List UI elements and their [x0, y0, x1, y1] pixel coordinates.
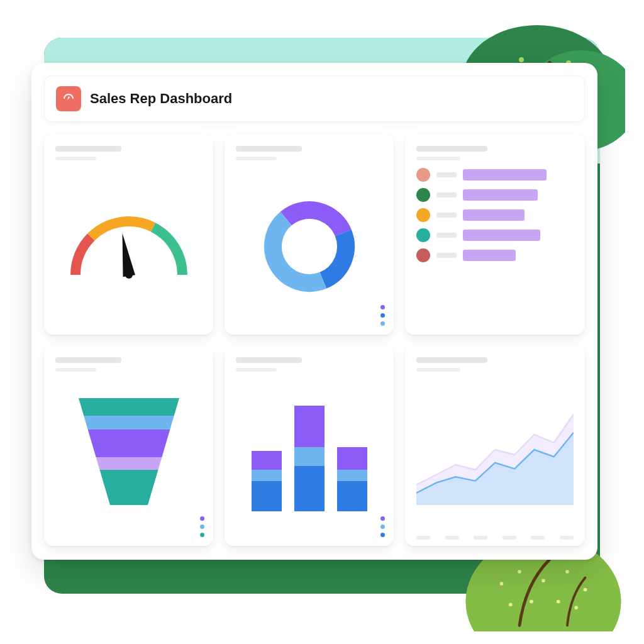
card-title-placeholder — [416, 357, 487, 363]
card-title-placeholder — [416, 146, 487, 152]
svg-rect-31 — [294, 406, 325, 447]
stage: Sales Rep Dashboard — [0, 0, 644, 644]
svg-rect-32 — [337, 481, 367, 511]
leaderboard-bar — [463, 169, 547, 180]
gauge-icon — [56, 86, 81, 111]
avatar — [416, 208, 430, 222]
svg-point-22 — [509, 602, 513, 606]
leaderboard-row — [416, 228, 574, 242]
card-donut[interactable] — [225, 135, 394, 335]
card-leaderboard[interactable] — [405, 135, 585, 335]
card-title-placeholder — [236, 357, 302, 363]
area-axis-ticks — [416, 536, 574, 540]
svg-rect-27 — [252, 470, 282, 481]
svg-point-3 — [519, 57, 524, 62]
svg-rect-28 — [252, 451, 282, 470]
card-subtitle-placeholder — [236, 157, 277, 160]
stacked-bar-chart — [236, 378, 382, 537]
svg-rect-30 — [294, 447, 325, 466]
bar-legend — [380, 516, 385, 537]
svg-point-20 — [530, 600, 533, 604]
svg-point-16 — [518, 570, 521, 574]
funnel-legend — [200, 516, 204, 537]
funnel-chart — [55, 378, 202, 537]
svg-rect-26 — [252, 481, 282, 511]
leaderboard-row — [416, 248, 574, 262]
leaderboard-bar — [463, 250, 516, 261]
svg-point-17 — [541, 579, 545, 582]
card-funnel[interactable] — [44, 346, 213, 546]
svg-point-23 — [574, 606, 578, 609]
leaderboard-bar — [463, 189, 538, 201]
donut-legend — [380, 305, 385, 326]
avatar — [416, 248, 430, 262]
leaderboard-bar — [463, 209, 525, 221]
leaderboard-label-placeholder — [436, 253, 457, 258]
card-title-placeholder — [236, 146, 302, 152]
svg-rect-29 — [294, 466, 325, 511]
leaderboard-label-placeholder — [436, 172, 457, 177]
dashboard-grid — [44, 135, 585, 546]
card-gauge[interactable] — [44, 135, 213, 335]
svg-point-25 — [125, 271, 133, 279]
leaderboard-bar — [463, 230, 540, 241]
svg-marker-24 — [122, 233, 135, 276]
card-subtitle-placeholder — [55, 157, 96, 160]
card-stacked-bar[interactable] — [225, 346, 394, 546]
leaderboard-row — [416, 208, 574, 222]
card-title-placeholder — [55, 146, 121, 152]
card-subtitle-placeholder — [55, 368, 96, 372]
leaderboard-row — [416, 188, 574, 202]
gauge-chart — [55, 167, 202, 326]
card-subtitle-placeholder — [416, 368, 460, 372]
dashboard-title: Sales Rep Dashboard — [90, 91, 232, 107]
leaderboard-label-placeholder — [436, 192, 457, 197]
leaderboard-row — [416, 168, 574, 182]
dashboard-header: Sales Rep Dashboard — [44, 75, 585, 122]
leaderboard-label-placeholder — [436, 233, 457, 238]
avatar — [416, 188, 430, 202]
svg-rect-34 — [337, 447, 367, 470]
svg-point-19 — [584, 588, 587, 592]
donut-chart — [236, 167, 382, 326]
card-subtitle-placeholder — [236, 368, 277, 372]
leaderboard-list — [416, 167, 574, 262]
card-area[interactable] — [405, 346, 585, 546]
card-subtitle-placeholder — [416, 157, 460, 160]
card-title-placeholder — [55, 357, 121, 363]
svg-point-15 — [500, 582, 504, 586]
area-chart — [416, 378, 574, 537]
leaderboard-label-placeholder — [436, 213, 457, 218]
svg-point-18 — [565, 570, 569, 574]
svg-rect-33 — [337, 470, 367, 481]
svg-point-21 — [557, 600, 560, 604]
avatar — [416, 228, 430, 242]
avatar — [416, 168, 430, 182]
dashboard-window: Sales Rep Dashboard — [31, 63, 597, 560]
